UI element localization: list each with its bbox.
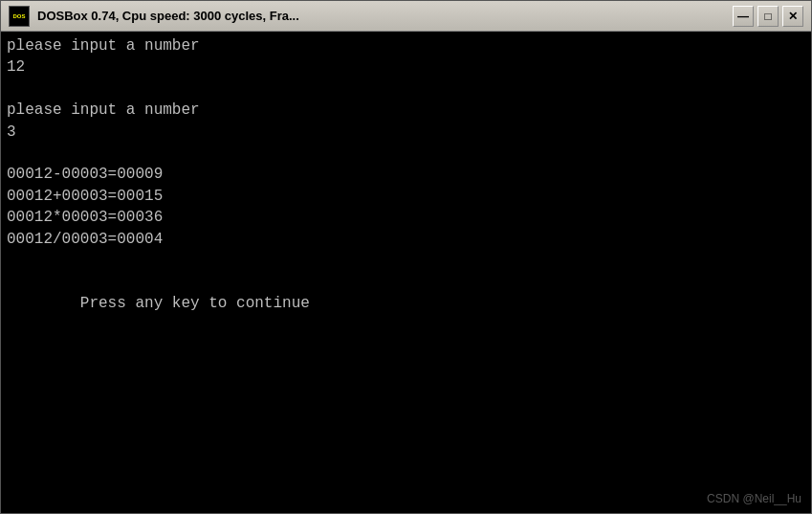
app-icon: DOS bbox=[9, 6, 30, 27]
dosbox-window: DOS DOSBox 0.74, Cpu speed: 3000 cycles,… bbox=[0, 0, 812, 514]
terminal-area[interactable]: please input a number 12 please input a … bbox=[1, 32, 811, 513]
close-button[interactable]: ✕ bbox=[782, 6, 803, 27]
watermark: CSDN @Neil__Hu bbox=[707, 492, 801, 505]
window-controls: — □ ✕ bbox=[733, 6, 803, 27]
dos-icon-text: DOS bbox=[12, 13, 25, 19]
title-bar: DOS DOSBox 0.74, Cpu speed: 3000 cycles,… bbox=[1, 1, 811, 32]
terminal-output: please input a number 12 please input a … bbox=[1, 32, 811, 513]
minimize-button[interactable]: — bbox=[733, 6, 754, 27]
window-title: DOSBox 0.74, Cpu speed: 3000 cycles, Fra… bbox=[37, 9, 733, 23]
maximize-button[interactable]: □ bbox=[757, 6, 779, 27]
